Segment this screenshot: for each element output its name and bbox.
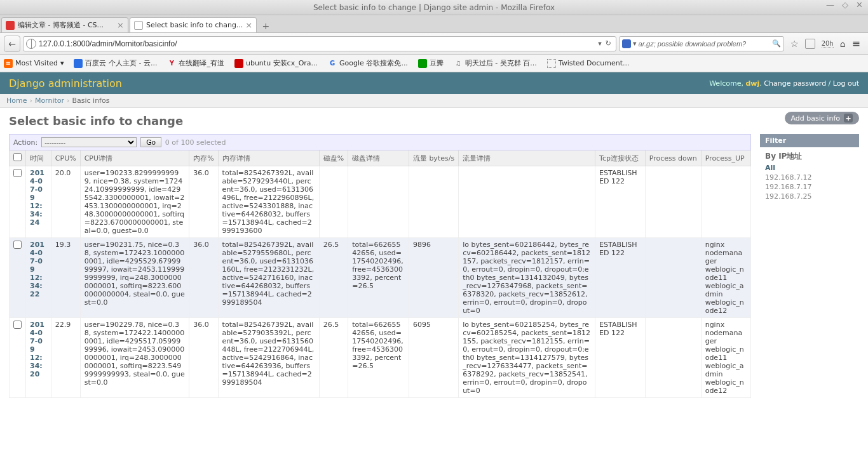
zoom-label[interactable]: 20h bbox=[822, 40, 834, 48]
bookmark-item[interactable]: Y在线翻译_有道 bbox=[167, 58, 224, 68]
search-bar[interactable]: ▾ 🔍 bbox=[619, 36, 784, 51]
action-select[interactable]: --------- bbox=[41, 137, 137, 147]
welcome-text: Welcome, bbox=[709, 79, 743, 88]
selection-status: 0 of 100 selected bbox=[165, 138, 226, 147]
timestamp-link[interactable]: 2014-07-0912:34:22 bbox=[30, 241, 44, 298]
cell-tcp: ESTABLISHED 122 bbox=[595, 238, 646, 318]
window-close-icon[interactable]: ✕ bbox=[853, 0, 865, 10]
bookmark-item[interactable]: 百度云 个人主页 - 云... bbox=[74, 58, 157, 68]
cell-traffic: 6095 bbox=[409, 318, 458, 398]
cell-mem_pct: 36.0 bbox=[189, 238, 218, 318]
search-go-icon[interactable]: 🔍 bbox=[772, 39, 781, 48]
bookmark-label: ubuntu 安装cx_Ora... bbox=[246, 58, 318, 68]
action-label: Action: bbox=[13, 138, 37, 147]
cell-cpu_pct: 22.9 bbox=[51, 318, 80, 398]
bookmark-item[interactable]: Twisted Document... bbox=[547, 58, 630, 68]
chevron-down-icon: ▾ bbox=[60, 59, 64, 67]
cell-mem_pct: 36.0 bbox=[189, 318, 218, 398]
column-header[interactable]: CPU% bbox=[51, 150, 80, 166]
add-basic-info-button[interactable]: Add basic info + bbox=[785, 112, 859, 124]
tab-strip: 编辑文章 - 博客频道 - CS... × Select basic info … bbox=[0, 15, 868, 33]
column-header[interactable]: 流量 bytes/s bbox=[409, 150, 458, 166]
ubuntu-icon bbox=[234, 59, 243, 68]
bookmark-item[interactable]: GGoogle 谷歌搜索免... bbox=[328, 58, 408, 68]
search-input[interactable] bbox=[639, 40, 772, 48]
column-header[interactable]: 磁盘详情 bbox=[348, 150, 409, 166]
home-icon[interactable]: ⌂ bbox=[840, 39, 846, 49]
bookmark-label: Most Visited bbox=[15, 59, 58, 67]
breadcrumb-app[interactable]: Mornitor bbox=[35, 96, 64, 105]
cell-traffic_detail: lo bytes_sent=602186442, bytes_recv=6021… bbox=[459, 238, 595, 318]
search-dropdown-icon[interactable]: ▾ bbox=[633, 39, 637, 48]
cell-proc_down bbox=[645, 238, 701, 318]
timestamp-link[interactable]: 2014-07-0912:34:24 bbox=[30, 169, 44, 227]
url-input[interactable] bbox=[39, 39, 596, 48]
hamburger-menu-icon[interactable]: ≡ bbox=[852, 37, 860, 50]
column-header[interactable]: Process down bbox=[645, 150, 701, 166]
globe-icon bbox=[26, 39, 36, 49]
window-maximize-icon[interactable]: ◇ bbox=[839, 0, 851, 10]
url-dropdown-icon[interactable]: ▾ bbox=[596, 39, 604, 48]
cell-mem_detail: total=8254267392L, available=5279293440L… bbox=[218, 166, 319, 238]
filter-item[interactable]: All bbox=[765, 163, 854, 173]
bookmark-star-icon[interactable]: ☆ bbox=[790, 39, 799, 49]
cell-disk_detail bbox=[348, 166, 409, 238]
column-header[interactable]: Process_UP bbox=[701, 150, 750, 166]
go-button[interactable]: Go bbox=[140, 137, 161, 147]
bookmark-item[interactable]: 豆瓣 bbox=[418, 58, 444, 68]
bookmark-label: Twisted Document... bbox=[559, 59, 630, 67]
table-row: 2014-07-0912:34:2420.0user=190233.829999… bbox=[10, 166, 751, 238]
bookmark-label: 明天过后 - 吴克群 百... bbox=[465, 58, 537, 68]
column-header[interactable]: CPU详情 bbox=[80, 150, 189, 166]
column-header[interactable]: 内存% bbox=[189, 150, 218, 166]
tab-django[interactable]: Select basic info to chang... × bbox=[130, 17, 257, 32]
feed-icon: ≡ bbox=[4, 59, 13, 68]
content: Select basic info to change Add basic in… bbox=[0, 108, 868, 404]
youdao-icon: Y bbox=[167, 59, 176, 68]
breadcrumb: Home › Mornitor › Basic infos bbox=[0, 94, 868, 108]
row-checkbox[interactable] bbox=[13, 169, 22, 177]
change-password-link[interactable]: Change password bbox=[764, 79, 826, 88]
bookmark-item[interactable]: ♫明天过后 - 吴克群 百... bbox=[454, 58, 537, 68]
back-button[interactable]: ← bbox=[4, 36, 20, 52]
most-visited-button[interactable]: ≡ Most Visited ▾ bbox=[4, 59, 64, 68]
column-header[interactable]: 时间 bbox=[26, 150, 51, 166]
music-icon: ♫ bbox=[454, 59, 463, 68]
logout-link[interactable]: Log out bbox=[833, 79, 859, 88]
tab-close-icon[interactable]: × bbox=[245, 20, 252, 30]
cell-traffic_detail bbox=[459, 166, 595, 238]
csdn-favicon-icon bbox=[6, 21, 15, 30]
bookmark-label: 在线翻译_有道 bbox=[179, 58, 224, 68]
bookmark-label: Google 谷歌搜索免... bbox=[339, 58, 408, 68]
filter-item[interactable]: 192.168.7.25 bbox=[765, 192, 854, 201]
filter-item[interactable]: 192.168.7.12 bbox=[765, 173, 854, 182]
cell-disk_pct: 26.5 bbox=[319, 238, 348, 318]
new-tab-button[interactable]: + bbox=[258, 20, 273, 32]
column-header[interactable]: 磁盘% bbox=[319, 150, 348, 166]
column-header[interactable]: 内存详情 bbox=[218, 150, 319, 166]
bookmark-label: 豆瓣 bbox=[430, 58, 444, 68]
cell-proc_down bbox=[645, 166, 701, 238]
row-checkbox[interactable] bbox=[13, 321, 22, 329]
window-minimize-icon[interactable]: — bbox=[824, 0, 837, 10]
cell-tcp: ESTABLISHED 122 bbox=[595, 318, 646, 398]
tab-close-icon[interactable]: × bbox=[117, 20, 124, 30]
filter-item[interactable]: 192.168.7.17 bbox=[765, 182, 854, 192]
bookmark-item[interactable]: ubuntu 安装cx_Ora... bbox=[234, 58, 318, 68]
breadcrumb-home[interactable]: Home bbox=[6, 96, 27, 105]
reload-icon[interactable]: ↻ bbox=[604, 39, 613, 48]
url-bar[interactable]: ▾ ↻ bbox=[23, 36, 616, 51]
row-checkbox[interactable] bbox=[13, 241, 22, 249]
window-title: Select basic info to change | Django sit… bbox=[313, 3, 555, 12]
plus-icon: + bbox=[844, 114, 853, 123]
window-titlebar: Select basic info to change | Django sit… bbox=[0, 0, 868, 15]
tab-csdn[interactable]: 编辑文章 - 博客频道 - CS... × bbox=[1, 17, 128, 32]
column-header[interactable]: 流量详情 bbox=[459, 150, 595, 166]
actions-bar: Action: --------- Go 0 of 100 selected bbox=[9, 134, 751, 150]
pocket-icon[interactable] bbox=[805, 39, 815, 49]
column-header[interactable]: Tcp连接状态 bbox=[595, 150, 646, 166]
timestamp-link[interactable]: 2014-07-0912:34:20 bbox=[30, 321, 44, 378]
cell-proc_up bbox=[701, 166, 750, 238]
baidu-icon bbox=[74, 59, 83, 68]
select-all-checkbox[interactable] bbox=[13, 153, 22, 161]
